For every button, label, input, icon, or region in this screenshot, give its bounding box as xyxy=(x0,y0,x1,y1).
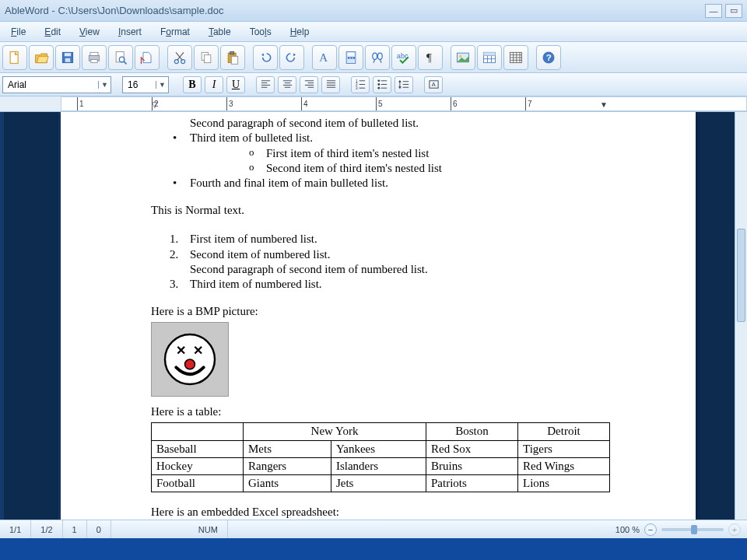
align-justify-button[interactable] xyxy=(321,76,340,93)
text-box-button[interactable]: A xyxy=(424,76,443,93)
italic-button[interactable]: I xyxy=(205,76,223,93)
minimize-button[interactable]: — xyxy=(705,4,722,18)
table-row: Baseball Mets Yankees Red Sox Tigers xyxy=(152,440,610,457)
underline-button[interactable]: U xyxy=(226,76,245,93)
embedded-bmp-image[interactable]: ✕ ✕ xyxy=(151,322,229,397)
main-toolbar: A abc ¶ ? xyxy=(0,42,747,73)
status-bar: 1/1 1/2 1 0 NUM 100 % − + xyxy=(0,520,747,538)
svg-text:3: 3 xyxy=(355,86,357,90)
dropdown-arrow-icon: ▼ xyxy=(156,81,168,89)
svg-line-27 xyxy=(374,59,375,62)
svg-rect-18 xyxy=(231,56,237,64)
align-center-button[interactable] xyxy=(278,76,296,93)
insert-table-button[interactable] xyxy=(477,45,502,70)
zoom-in-button[interactable]: + xyxy=(728,523,741,536)
svg-rect-3 xyxy=(65,58,71,61)
svg-text:¶: ¶ xyxy=(426,51,432,64)
save-button[interactable] xyxy=(55,45,80,70)
svg-rect-4 xyxy=(90,52,98,55)
zoom-control: 100 % − + xyxy=(609,523,747,536)
horizontal-ruler[interactable]: ▽ ▼ 1234567 xyxy=(0,96,747,112)
undo-button[interactable] xyxy=(253,45,278,70)
menu-help[interactable]: Help xyxy=(282,24,317,40)
page-setup-button[interactable] xyxy=(135,45,160,70)
body-text: Here is a BMP picture: xyxy=(151,304,605,319)
vertical-scrollbar[interactable] xyxy=(735,112,747,520)
menu-bar: File Edit View Insert Format Table Tools… xyxy=(0,22,747,42)
menu-edit[interactable]: Edit xyxy=(37,24,68,40)
scrollbar-thumb[interactable] xyxy=(737,229,745,322)
zoom-out-button[interactable]: − xyxy=(644,523,657,536)
menu-view[interactable]: View xyxy=(72,24,107,40)
dropdown-arrow-icon: ▼ xyxy=(98,81,110,89)
spellcheck-button[interactable]: abc xyxy=(391,45,416,70)
numbered-list-button[interactable]: 123 xyxy=(351,76,370,93)
list-item: 2.Second item of numbered list.Second pa… xyxy=(151,247,605,277)
menu-table[interactable]: Table xyxy=(201,24,239,40)
svg-text:A: A xyxy=(319,51,328,64)
svg-rect-17 xyxy=(230,51,234,54)
find-button[interactable] xyxy=(365,45,390,70)
menu-insert[interactable]: Insert xyxy=(110,24,149,40)
list-item: Fourth and final item of main bulleted l… xyxy=(151,176,605,191)
table-row: New York Boston Detroit xyxy=(152,423,610,440)
font-size-combo[interactable]: 16 ▼ xyxy=(122,76,169,93)
print-preview-button[interactable] xyxy=(108,45,133,70)
svg-rect-0 xyxy=(10,51,18,63)
svg-point-85 xyxy=(185,359,195,369)
menu-tools[interactable]: Tools xyxy=(242,24,279,40)
svg-point-71 xyxy=(377,83,380,86)
open-button[interactable] xyxy=(29,45,54,70)
align-right-button[interactable] xyxy=(300,76,318,93)
list-item: Third item of bulleted list. First item … xyxy=(151,131,605,176)
list-item: 1.First item of numbered list. xyxy=(151,232,605,247)
table-row: Hockey Rangers Islanders Bruins Red Wing… xyxy=(152,457,610,474)
svg-rect-24 xyxy=(353,57,356,59)
status-pages: 1/1 xyxy=(0,520,31,538)
list-item: Second item of bulleted list. Second par… xyxy=(151,112,605,131)
font-name-combo[interactable]: Arial ▼ xyxy=(2,76,111,93)
maximize-button[interactable]: ▭ xyxy=(725,4,742,18)
svg-point-25 xyxy=(373,53,377,59)
line-spacing-button[interactable] xyxy=(395,76,413,93)
document-page[interactable]: Second item of bulleted list. Second par… xyxy=(61,112,696,520)
svg-point-70 xyxy=(377,79,380,82)
status-numlock: NUM xyxy=(189,520,228,538)
calculator-button[interactable] xyxy=(338,45,363,70)
svg-line-28 xyxy=(380,59,381,62)
font-name-value: Arial xyxy=(3,79,98,90)
svg-rect-6 xyxy=(91,59,97,62)
copy-button[interactable] xyxy=(194,45,219,70)
status-line: 1 xyxy=(63,520,87,538)
zoom-slider[interactable] xyxy=(661,528,724,531)
window-title: AbleWord - C:\Users\Jon\Downloads\sample… xyxy=(5,5,702,16)
zoom-level: 100 % xyxy=(615,525,640,534)
svg-text:✕: ✕ xyxy=(193,344,203,357)
body-text: Here is an embedded Excel spreadsheet: xyxy=(151,505,605,520)
redo-button[interactable] xyxy=(279,45,304,70)
help-button[interactable]: ? xyxy=(536,45,561,70)
svg-rect-2 xyxy=(65,53,71,56)
align-left-button[interactable] xyxy=(256,76,275,93)
cut-button[interactable] xyxy=(167,45,192,70)
insert-picture-button[interactable] xyxy=(451,45,475,70)
font-dialog-button[interactable]: A xyxy=(312,45,337,70)
svg-rect-21 xyxy=(348,53,354,55)
svg-point-72 xyxy=(377,87,380,89)
bulleted-list-button[interactable] xyxy=(373,76,391,93)
sample-table[interactable]: New York Boston Detroit Baseball Mets Ya… xyxy=(151,422,610,492)
print-button[interactable] xyxy=(82,45,107,70)
status-section: 1/2 xyxy=(31,520,62,538)
bold-button[interactable]: B xyxy=(183,76,202,93)
menu-format[interactable]: Format xyxy=(153,24,198,40)
insert-spreadsheet-button[interactable] xyxy=(503,45,528,70)
menu-file[interactable]: File xyxy=(3,24,33,40)
document-area: Second item of bulleted list. Second par… xyxy=(0,112,747,520)
app-window: AbleWord - C:\Users\Jon\Downloads\sample… xyxy=(0,0,747,560)
svg-text:?: ? xyxy=(546,52,552,62)
new-doc-button[interactable] xyxy=(2,45,27,70)
paste-button[interactable] xyxy=(220,45,245,70)
list-item: First item of third item's nested list xyxy=(190,146,605,161)
font-size-value: 16 xyxy=(123,79,156,90)
show-formatting-button[interactable]: ¶ xyxy=(418,45,443,70)
